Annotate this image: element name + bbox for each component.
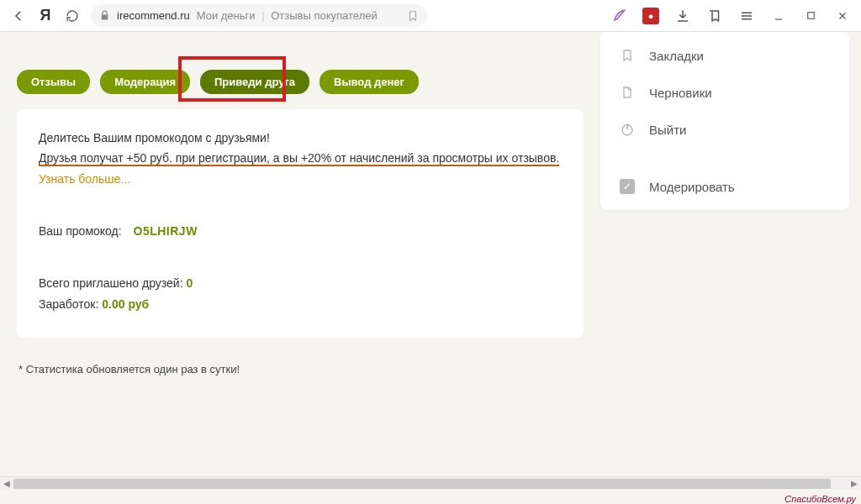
scrollbar-thumb[interactable] [13, 479, 831, 489]
address-title: Мои деньги | Отзывы покупателей [197, 9, 378, 22]
tabs-row: Отзывы Модерация Приведи друга Вывод ден… [17, 70, 584, 94]
scrollbar-left-arrow[interactable]: ◀ [0, 479, 13, 488]
sidebar-item-drafts[interactable]: Черновики [600, 74, 849, 111]
yandex-letter: Я [40, 7, 51, 24]
bookmark-icon[interactable] [407, 10, 419, 22]
promo-code: O5LHIRJW [134, 224, 198, 238]
tab-moderation[interactable]: Модерация [100, 70, 190, 94]
sidebar-item-logout[interactable]: Выйти [600, 111, 849, 148]
menu-button[interactable] [735, 4, 758, 28]
earned-value: 0.00 руб [102, 297, 149, 311]
invited-value: 0 [186, 276, 193, 290]
svg-rect-0 [807, 13, 814, 19]
card-highlight: Друзья получат +50 руб. при регистрации,… [39, 150, 562, 168]
minimize-button[interactable] [767, 4, 790, 28]
horizontal-scrollbar[interactable]: ◀ ▶ [0, 476, 861, 490]
sidebar-item-label: Выйти [649, 123, 686, 137]
sidebar-item-label: Черновики [649, 86, 712, 100]
downloads-button[interactable] [671, 4, 695, 28]
watermark: СпасибоВсем.ру [784, 494, 856, 504]
tab-refer-friend[interactable]: Приведи друга [200, 70, 309, 94]
scrollbar-right-arrow[interactable]: ▶ [848, 479, 861, 488]
sidebar-item-label: Закладки [649, 49, 704, 63]
invited-row: Всего приглашено друзей: 0 [39, 275, 562, 293]
maximize-button[interactable] [799, 4, 822, 28]
sidebar-item-moderate[interactable]: ✓ Модерировать [600, 168, 849, 205]
scrollbar-track[interactable] [13, 479, 848, 489]
earned-label: Заработок: [39, 297, 98, 311]
lock-icon [99, 10, 110, 21]
promo-row: Ваш промокод: O5LHIRJW [39, 223, 562, 241]
referral-card: Делитесь Вашим промокодом с друзьями! Др… [17, 109, 584, 338]
card-intro: Делитесь Вашим промокодом с друзьями! [39, 129, 562, 148]
sidebar-item-label: Модерировать [649, 180, 735, 194]
toolbar-right: ● [607, 4, 854, 28]
check-icon: ✓ [619, 178, 636, 195]
side-column: Закладки Черновики Выйти ✓ Модерировать [600, 32, 861, 490]
main-column: Отзывы Модерация Приведи друга Вывод ден… [0, 32, 600, 490]
browser-toolbar: Я irecommend.ru Мои деньги | Отзывы поку… [0, 0, 861, 32]
tab-withdraw[interactable]: Вывод денег [320, 70, 419, 94]
reload-button[interactable] [61, 4, 84, 28]
page-area: Отзывы Модерация Приведи друга Вывод ден… [0, 32, 861, 490]
nav-back-button[interactable] [7, 4, 30, 28]
promo-label: Ваш промокод: [39, 224, 122, 238]
learn-more-link[interactable]: Узнать больше... [39, 171, 562, 189]
footnote: * Статистика обновляется один раз в сутк… [18, 363, 584, 375]
yandex-home-button[interactable]: Я [34, 4, 57, 28]
bookmarks-button[interactable] [703, 4, 726, 28]
file-icon [619, 84, 636, 101]
tab-reviews[interactable]: Отзывы [17, 70, 90, 94]
power-icon [619, 121, 636, 138]
earned-row: Заработок: 0.00 руб [39, 296, 562, 314]
adblock-icon[interactable]: ● [639, 4, 663, 28]
side-panel: Закладки Черновики Выйти ✓ Модерировать [600, 32, 849, 210]
feather-icon[interactable] [607, 4, 631, 28]
address-bar[interactable]: irecommend.ru Мои деньги | Отзывы покупа… [91, 4, 427, 28]
address-domain: irecommend.ru [117, 9, 190, 22]
sidebar-item-bookmarks[interactable]: Закладки [600, 37, 849, 74]
invited-label: Всего приглашено друзей: [39, 276, 183, 290]
bookmark-icon [619, 47, 636, 64]
close-button[interactable] [831, 4, 854, 28]
